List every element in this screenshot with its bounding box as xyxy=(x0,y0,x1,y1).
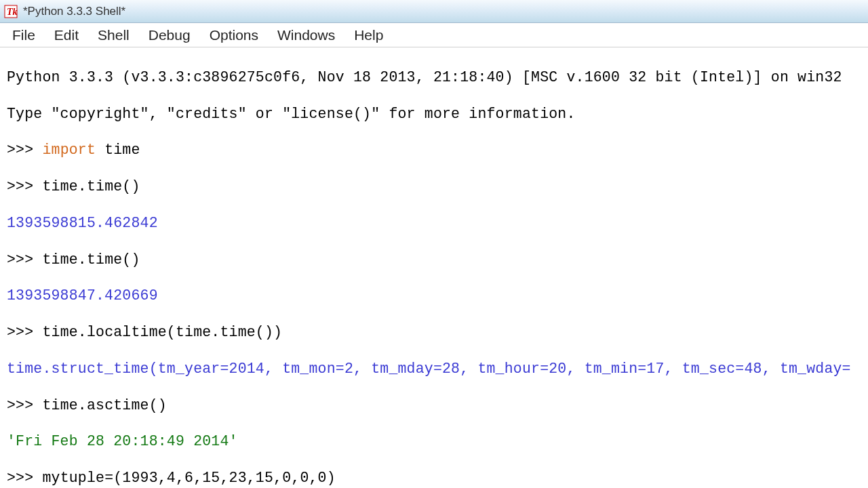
input-line: >>> mytuple=(1993,4,6,15,23,15,0,0,0) xyxy=(7,469,861,487)
svg-text:Tk: Tk xyxy=(7,7,18,17)
code-text: time.localtime(time.time()) xyxy=(42,324,282,340)
prompt: >>> xyxy=(7,324,42,340)
menubar: File Edit Shell Debug Options Windows He… xyxy=(0,23,868,47)
prompt: >>> xyxy=(7,142,42,158)
code-text: time.time() xyxy=(42,178,140,195)
window-title: *Python 3.3.3 Shell* xyxy=(23,5,125,18)
menu-debug[interactable]: Debug xyxy=(139,24,200,46)
output-string: 'Fri Feb 28 20:18:49 2014' xyxy=(7,432,861,451)
code-text: mytuple=(1993,4,6,15,23,15,0,0,0) xyxy=(42,470,335,486)
code-text: time.time() xyxy=(42,251,140,268)
menu-shell[interactable]: Shell xyxy=(88,24,139,46)
output-number: 1393598815.462842 xyxy=(7,214,861,232)
output-number: 1393598847.420669 xyxy=(7,287,861,305)
menu-help[interactable]: Help xyxy=(344,24,393,46)
menu-edit[interactable]: Edit xyxy=(45,24,88,46)
input-line: >>> time.time() xyxy=(7,251,861,269)
banner-line-2: Type "copyright", "credits" or "license(… xyxy=(7,105,861,123)
input-line: >>> time.asctime() xyxy=(7,396,861,415)
menu-windows[interactable]: Windows xyxy=(268,24,344,46)
menu-file[interactable]: File xyxy=(3,24,45,46)
input-line: >>> time.time() xyxy=(7,178,861,196)
output-struct: time.struct_time(tm_year=2014, tm_mon=2,… xyxy=(7,360,861,378)
keyword-import: import xyxy=(42,142,96,158)
banner-line-1: Python 3.3.3 (v3.3.3:c3896275c0f6, Nov 1… xyxy=(7,68,861,87)
prompt: >>> xyxy=(7,397,42,413)
prompt: >>> xyxy=(7,178,42,195)
titlebar: Tk *Python 3.3.3 Shell* xyxy=(0,0,868,23)
code-text: time xyxy=(96,142,140,158)
input-line: >>> import time xyxy=(7,141,861,159)
app-icon: Tk xyxy=(4,5,18,18)
menu-options[interactable]: Options xyxy=(200,24,268,46)
prompt: >>> xyxy=(7,251,42,268)
console-area[interactable]: Python 3.3.3 (v3.3.3:c3896275c0f6, Nov 1… xyxy=(0,47,868,488)
code-text: time.asctime() xyxy=(42,397,166,413)
prompt: >>> xyxy=(7,470,42,486)
input-line: >>> time.localtime(time.time()) xyxy=(7,323,861,342)
